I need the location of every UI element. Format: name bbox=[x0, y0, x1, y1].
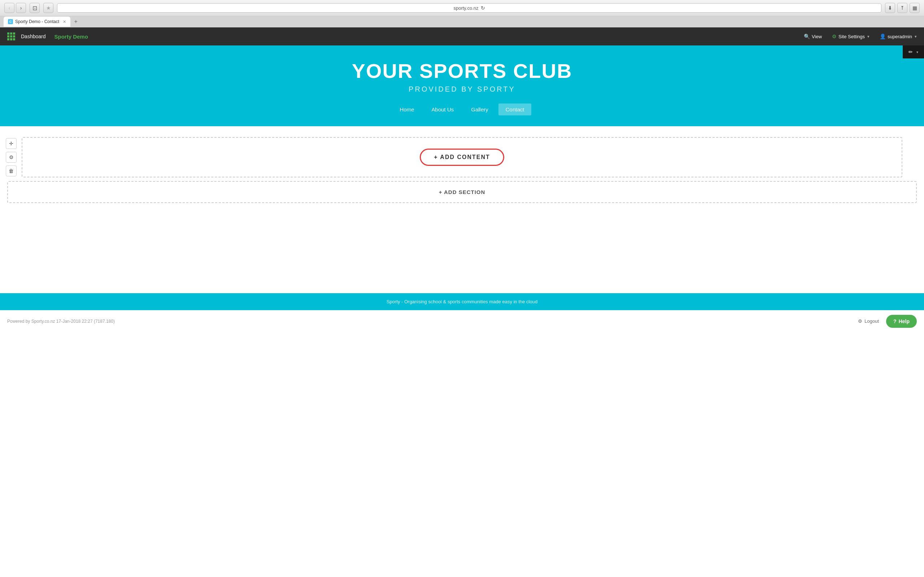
section-delete-button[interactable]: 🗑 bbox=[6, 166, 16, 176]
url-text: sporty.co.nz bbox=[453, 5, 478, 11]
nav-item-gallery[interactable]: Gallery bbox=[464, 103, 496, 115]
share-button[interactable]: ⤒ bbox=[897, 3, 908, 13]
nav-item-contact[interactable]: Contact bbox=[498, 103, 531, 115]
site-header: YOUR SPORTS CLUB PROVIDED BY SPORTY Home… bbox=[0, 45, 924, 126]
browser-tab-bar: C Sporty Demo - Contact ✕ + bbox=[0, 16, 924, 27]
nav-item-about[interactable]: About Us bbox=[425, 103, 461, 115]
user-icon: 👤 bbox=[880, 34, 886, 39]
bottom-bar: Powered by Sporty.co.nz 17-Jan-2018 22:2… bbox=[0, 310, 924, 332]
tab-close-button[interactable]: ✕ bbox=[63, 19, 66, 24]
edit-fab-button[interactable]: ✏ ▾ bbox=[903, 45, 924, 58]
content-section: ✛ ⚙ 🗑 + ADD CONTENT bbox=[0, 137, 924, 177]
powered-by-text: Powered by Sporty.co.nz 17-Jan-2018 22:2… bbox=[7, 319, 115, 324]
help-label: Help bbox=[899, 318, 909, 324]
view-label: View bbox=[812, 34, 822, 39]
user-dropdown-arrow: ▾ bbox=[914, 34, 917, 39]
new-tab-button[interactable]: + bbox=[72, 18, 80, 26]
logout-icon: ⚙ bbox=[858, 318, 862, 324]
forward-button[interactable]: › bbox=[16, 3, 26, 13]
admin-bar-right: 🔍 View ⚙ Site Settings ▾ 👤 superadmin ▾ bbox=[804, 34, 917, 39]
address-bar[interactable]: sporty.co.nz ↻ bbox=[57, 3, 881, 13]
edit-fab-icon: ✏ bbox=[908, 49, 913, 55]
view-icon: 🔍 bbox=[804, 34, 810, 39]
admin-bar: Dashboard Sporty Demo 🔍 View ⚙ Site Sett… bbox=[0, 27, 924, 45]
section-delete-icon: 🗑 bbox=[9, 168, 14, 174]
logout-label: Logout bbox=[864, 318, 879, 324]
site-nav: Home About Us Gallery Contact bbox=[7, 103, 917, 115]
move-icon: ✛ bbox=[9, 141, 13, 147]
site-footer: Sporty - Organising school & sports comm… bbox=[0, 293, 924, 310]
section-settings-icon: ⚙ bbox=[9, 154, 14, 160]
browser-right-buttons: ⬇ ⤒ ▦ bbox=[885, 3, 920, 13]
site-name: Sporty Demo bbox=[55, 34, 88, 40]
add-content-button[interactable]: + ADD CONTENT bbox=[420, 148, 504, 166]
browser-nav-buttons: ‹ › bbox=[4, 3, 26, 13]
site-subtitle: PROVIDED BY SPORTY bbox=[7, 85, 917, 93]
edit-fab-arrow: ▾ bbox=[916, 50, 918, 54]
dashboard-icon bbox=[7, 32, 15, 40]
browser-chrome: ‹ › ⊡ ★ sporty.co.nz ↻ ⬇ ⤒ ▦ C Sporty De… bbox=[0, 0, 924, 27]
download-button[interactable]: ⬇ bbox=[885, 3, 895, 13]
user-menu-button[interactable]: 👤 superadmin ▾ bbox=[880, 34, 917, 39]
nav-item-home[interactable]: Home bbox=[393, 103, 422, 115]
site-title: YOUR SPORTS CLUB bbox=[7, 60, 917, 82]
bookmark-button[interactable]: ★ bbox=[43, 3, 53, 13]
windows-button[interactable]: ▦ bbox=[909, 3, 920, 13]
dashboard-link[interactable]: Dashboard bbox=[21, 34, 46, 39]
active-tab[interactable]: C Sporty Demo - Contact ✕ bbox=[3, 16, 70, 27]
browser-toolbar: ‹ › ⊡ ★ sporty.co.nz ↻ ⬇ ⤒ ▦ bbox=[0, 0, 924, 16]
back-button[interactable]: ‹ bbox=[4, 3, 15, 13]
add-section-wrapper: + ADD SECTION bbox=[7, 181, 917, 203]
section-settings-button[interactable]: ⚙ bbox=[6, 152, 16, 163]
refresh-button[interactable]: ↻ bbox=[481, 5, 485, 11]
settings-dropdown-arrow: ▾ bbox=[867, 34, 869, 39]
admin-bar-left: Dashboard Sporty Demo bbox=[7, 32, 88, 40]
tab-title: Sporty Demo - Contact bbox=[15, 19, 59, 24]
page-content: ✛ ⚙ 🗑 + ADD CONTENT + ADD SECTION bbox=[0, 126, 924, 214]
site-header-wrapper: YOUR SPORTS CLUB PROVIDED BY SPORTY Home… bbox=[0, 45, 924, 126]
move-handle[interactable]: ✛ bbox=[6, 138, 16, 149]
layout-button[interactable]: ⊡ bbox=[30, 3, 40, 13]
site-footer-text: Sporty - Organising school & sports comm… bbox=[6, 299, 918, 305]
add-section-button[interactable]: + ADD SECTION bbox=[439, 189, 485, 195]
help-icon: ? bbox=[893, 318, 897, 324]
section-controls: ✛ ⚙ 🗑 bbox=[6, 138, 16, 176]
site-settings-button[interactable]: ⚙ Site Settings ▾ bbox=[832, 34, 869, 39]
bottom-bar-right: ⚙ Logout ? Help bbox=[858, 315, 917, 328]
site-settings-label: Site Settings bbox=[838, 34, 865, 39]
view-button[interactable]: 🔍 View bbox=[804, 34, 822, 39]
logout-button[interactable]: ⚙ Logout bbox=[858, 318, 879, 324]
settings-icon: ⚙ bbox=[832, 34, 837, 39]
help-button[interactable]: ? Help bbox=[886, 315, 917, 328]
tab-favicon: C bbox=[8, 19, 13, 24]
user-label: superadmin bbox=[888, 34, 912, 39]
add-content-section: + ADD CONTENT bbox=[22, 137, 902, 177]
